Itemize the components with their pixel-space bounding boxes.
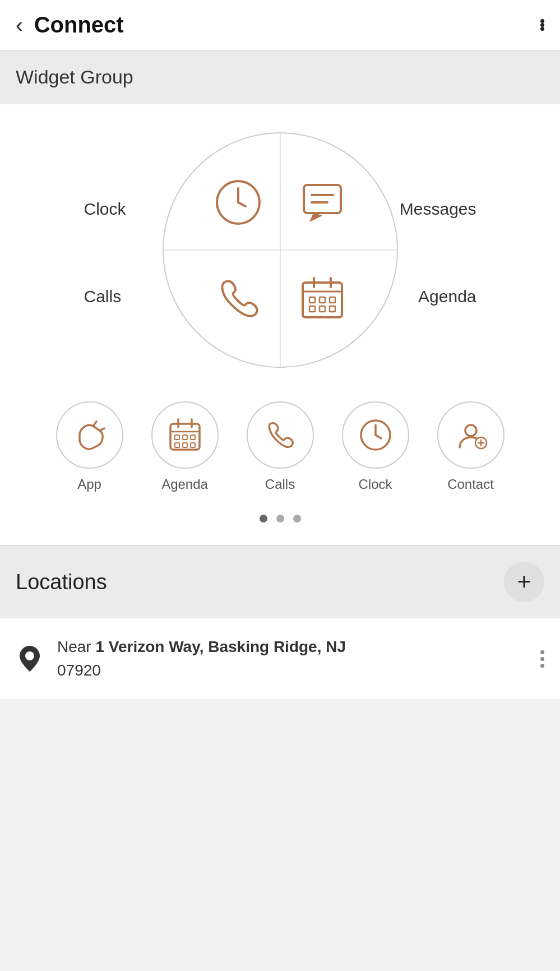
widget-icon-clock-label: Clock	[358, 477, 392, 492]
app-header: ‹ Connect	[0, 0, 560, 50]
label-agenda: Agenda	[418, 287, 476, 306]
more-menu-button[interactable]	[540, 19, 544, 31]
svg-rect-20	[175, 435, 179, 440]
widget-icon-app-label: App	[77, 477, 101, 492]
location-address: Near 1 Verizon Way, Basking Ridge, NJ079…	[57, 635, 527, 682]
location-more-button[interactable]	[540, 650, 544, 668]
svg-rect-23	[175, 443, 179, 447]
svg-rect-10	[309, 297, 315, 303]
circle-clock-icon[interactable]	[196, 160, 280, 244]
widget-group-title: Widget Group	[16, 66, 133, 87]
widget-icon-app[interactable]: App	[56, 401, 123, 492]
svg-point-29	[465, 425, 476, 436]
widget-group-header: Widget Group	[0, 50, 560, 104]
circle-messages-icon[interactable]	[280, 160, 364, 244]
svg-line-2	[238, 202, 246, 206]
locations-header: Locations +	[0, 545, 560, 618]
widget-icon-contact-label: Contact	[447, 477, 494, 492]
widget-icon-contact[interactable]: Contact	[437, 401, 505, 492]
pagination-dots	[260, 515, 301, 523]
locations-title: Locations	[16, 570, 107, 594]
svg-rect-11	[320, 297, 325, 303]
label-calls: Calls	[84, 287, 122, 306]
location-pin-icon	[16, 645, 44, 673]
svg-point-33	[25, 651, 34, 660]
location-item: Near 1 Verizon Way, Basking Ridge, NJ079…	[0, 618, 560, 700]
widget-icon-clock[interactable]: Clock	[342, 401, 409, 492]
svg-rect-22	[191, 435, 195, 440]
widget-group-content: Clock Messages Calls Agenda	[0, 104, 560, 545]
svg-line-28	[376, 435, 381, 438]
widget-icon-calls[interactable]: Calls	[247, 401, 314, 492]
circle-calls-icon[interactable]	[196, 256, 280, 340]
svg-rect-12	[330, 297, 335, 303]
page-dot-2[interactable]	[276, 515, 284, 523]
svg-rect-13	[309, 306, 315, 312]
widget-icons-row: App Agenda	[39, 401, 521, 492]
svg-rect-15	[330, 306, 335, 312]
svg-rect-21	[183, 435, 187, 440]
widget-icon-calls-label: Calls	[265, 477, 295, 492]
back-button[interactable]: ‹	[16, 15, 23, 36]
svg-rect-3	[304, 185, 341, 213]
label-clock: Clock	[84, 200, 126, 219]
page-dot-1[interactable]	[260, 515, 267, 523]
widget-icon-agenda[interactable]: Agenda	[151, 401, 219, 492]
svg-rect-24	[183, 443, 187, 447]
label-messages: Messages	[400, 200, 476, 219]
add-location-button[interactable]: +	[504, 562, 544, 602]
circle-agenda-icon[interactable]	[280, 256, 364, 340]
widget-icon-agenda-label: Agenda	[161, 477, 208, 492]
svg-rect-14	[320, 306, 325, 312]
page-dot-3[interactable]	[293, 515, 301, 523]
svg-rect-25	[191, 443, 195, 447]
page-title: Connect	[34, 12, 540, 38]
